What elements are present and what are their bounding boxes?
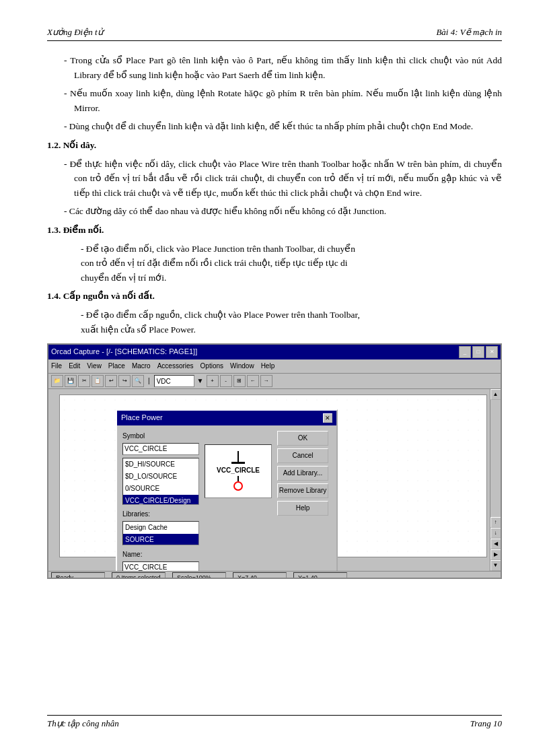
help-button[interactable]: Help bbox=[277, 501, 328, 516]
page-header: Xưởng Điện tử Bài 4: Vẽ mạch in bbox=[47, 27, 502, 41]
section13-title: 1.3. Điểm nối. bbox=[47, 223, 502, 238]
preview-label: VCC_CIRCLE bbox=[217, 465, 260, 476]
name-label: Name: bbox=[122, 549, 199, 560]
page: Xưởng Điện tử Bài 4: Vẽ mạch in - Trong … bbox=[0, 0, 549, 756]
status-x: X=7.40 bbox=[233, 572, 287, 579]
scroll-page-up[interactable]: ↑ bbox=[490, 517, 501, 528]
ok-button[interactable]: OK bbox=[277, 431, 328, 446]
tb-btn-5[interactable]: ↩ bbox=[105, 375, 117, 387]
win-workspace: ▲ ↑ ↓ ◀ ▶ ▼ Place Power ✕ bbox=[48, 389, 501, 571]
menu-place[interactable]: Place bbox=[108, 361, 125, 372]
tb-zoom-out[interactable]: - bbox=[220, 375, 232, 387]
menu-options[interactable]: Options bbox=[200, 361, 223, 372]
win-close-btn[interactable]: ✕ bbox=[486, 346, 498, 358]
tb-zoom-fit[interactable]: ⊞ bbox=[233, 375, 246, 387]
header-left: Xưởng Điện tử bbox=[47, 27, 103, 38]
remove-library-button[interactable]: Remove Library bbox=[277, 483, 328, 498]
tb-undo[interactable]: ← bbox=[247, 375, 259, 387]
symbol-input[interactable] bbox=[122, 443, 199, 455]
footer-right: Trang 10 bbox=[470, 718, 502, 729]
menu-window[interactable]: Window bbox=[230, 361, 254, 372]
listbox-item-2[interactable]: $D_LO/SOURCE bbox=[123, 471, 198, 483]
libraries-listbox[interactable]: Design Cache SOURCE bbox=[122, 521, 199, 545]
scroll-down-btn[interactable]: ▼ bbox=[490, 560, 501, 571]
place-power-dialog: Place Power ✕ Symbol $D_HI/SOURCE $D_LO/… bbox=[116, 409, 338, 571]
dialog-close-btn[interactable]: ✕ bbox=[323, 413, 332, 423]
menu-macro[interactable]: Macro bbox=[132, 361, 151, 372]
listbox-item-4[interactable]: VCC_CIRCLE/Design Cach bbox=[123, 495, 198, 505]
para2: - Nếu muốn xoay linh kiện, dùng lệnh Rot… bbox=[47, 86, 502, 115]
tb-btn-4[interactable]: 📋 bbox=[92, 375, 104, 387]
libraries-label: Libraries: bbox=[122, 509, 199, 520]
para7: - Để tạo điểm cấp nguồn, click chuột vào… bbox=[47, 308, 502, 337]
scroll-up-btn[interactable]: ▲ bbox=[490, 389, 501, 400]
preview-panel: VCC_CIRCLE bbox=[205, 431, 272, 571]
name-input[interactable] bbox=[122, 561, 199, 571]
tb-zoom-in[interactable]: + bbox=[207, 375, 219, 387]
scroll-page-down[interactable]: ↓ bbox=[490, 528, 501, 539]
win-menubar: File Edit View Place Macro Accessories O… bbox=[48, 359, 501, 374]
dialog-body: Symbol $D_HI/SOURCE $D_LO/SOURCE 0/SOURC… bbox=[117, 425, 336, 571]
para5: - Các đường dây có thể dao nhau và được … bbox=[47, 204, 502, 219]
dialog-title: Place Power bbox=[121, 412, 163, 424]
symbol-label: Symbol bbox=[122, 431, 199, 442]
main-content: - Trong cửa sổ Place Part gõ tên linh ki… bbox=[47, 53, 502, 579]
menu-help[interactable]: Help bbox=[261, 361, 275, 372]
lib-item-2[interactable]: SOURCE bbox=[123, 534, 198, 545]
header-right: Bài 4: Vẽ mạch in bbox=[436, 27, 502, 38]
section12-title: 1.2. Nối dây. bbox=[47, 138, 502, 153]
tb-btn-3[interactable]: ✂ bbox=[78, 375, 90, 387]
scroll-right-btn3[interactable]: ▶ bbox=[490, 549, 501, 560]
footer-left: Thực tập công nhân bbox=[47, 718, 119, 729]
dialog-right-buttons: OK Cancel Add Library... Remove Library … bbox=[277, 431, 331, 571]
section14-title: 1.4. Cấp nguồn và nối đất. bbox=[47, 289, 502, 304]
statusbar: Ready 0 Items selected Scale=100% X=7.40… bbox=[48, 571, 501, 579]
listbox-item-1[interactable]: $D_HI/SOURCE bbox=[123, 458, 198, 471]
add-library-button[interactable]: Add Library... bbox=[277, 466, 328, 481]
tb-btn-6[interactable]: ↪ bbox=[118, 375, 131, 387]
symbol-listbox[interactable]: $D_HI/SOURCE $D_LO/SOURCE 0/SOURCE VCC_C… bbox=[122, 458, 199, 505]
para1: - Trong cửa sổ Place Part gõ tên linh ki… bbox=[47, 53, 502, 82]
para3: - Dùng chuột để di chuyển linh kiện và đ… bbox=[47, 119, 502, 134]
menu-accessories[interactable]: Accessories bbox=[157, 361, 194, 372]
page-footer: Thực tập công nhân Trang 10 bbox=[47, 715, 502, 729]
win-title: Orcad Capture - [/- [SCHEMATICS: PAGE1]] bbox=[51, 346, 197, 358]
win-titlebar: Orcad Capture - [/- [SCHEMATICS: PAGE1]]… bbox=[48, 345, 501, 359]
toolbar-vdc-input[interactable] bbox=[154, 375, 194, 387]
scrollbar-right: ▲ ↑ ↓ ◀ ▶ ▼ bbox=[490, 389, 501, 571]
preview-vcc-bar bbox=[237, 451, 239, 462]
win-toolbar: 📁 💾 ✂ 📋 ↩ ↪ 🔍 | ▼ + - ⊞ ← → bbox=[48, 374, 501, 389]
para6: - Để tạo điểm nối, click vào Place Junct… bbox=[47, 242, 502, 285]
status-ready: Ready bbox=[51, 572, 105, 579]
status-y: Y=1.40 bbox=[293, 572, 347, 579]
preview-circle bbox=[233, 481, 243, 491]
menu-view[interactable]: View bbox=[87, 361, 102, 372]
preview-symbol bbox=[233, 476, 243, 491]
scroll-right-btn2[interactable]: ◀ bbox=[490, 539, 501, 549]
screenshot-window: Orcad Capture - [/- [SCHEMATICS: PAGE1]]… bbox=[47, 343, 502, 579]
dialog-titlebar: Place Power ✕ bbox=[117, 411, 336, 425]
win-maximize-btn[interactable]: □ bbox=[472, 346, 484, 358]
listbox-item-3[interactable]: 0/SOURCE bbox=[123, 483, 198, 495]
win-minimize-btn[interactable]: _ bbox=[459, 346, 471, 358]
lib-item-1[interactable]: Design Cache bbox=[123, 522, 198, 534]
status-items: 0 Items selected bbox=[112, 572, 166, 579]
tb-btn-7[interactable]: 🔍 bbox=[132, 375, 144, 387]
para4: - Để thực hiện việc nối dây, click chuột… bbox=[47, 157, 502, 201]
menu-file[interactable]: File bbox=[51, 361, 62, 372]
preview-stem bbox=[237, 476, 239, 481]
dialog-left-panel: Symbol $D_HI/SOURCE $D_LO/SOURCE 0/SOURC… bbox=[122, 431, 199, 571]
preview-box: VCC_CIRCLE bbox=[205, 444, 272, 498]
tb-btn-1[interactable]: 📁 bbox=[51, 375, 63, 387]
status-scale: Scale=100% bbox=[172, 572, 226, 579]
preview-vcc-top bbox=[231, 462, 245, 464]
tb-btn-2[interactable]: 💾 bbox=[65, 375, 77, 387]
menu-edit[interactable]: Edit bbox=[69, 361, 80, 372]
cancel-button[interactable]: Cancel bbox=[277, 448, 328, 463]
tb-redo[interactable]: → bbox=[260, 375, 272, 387]
